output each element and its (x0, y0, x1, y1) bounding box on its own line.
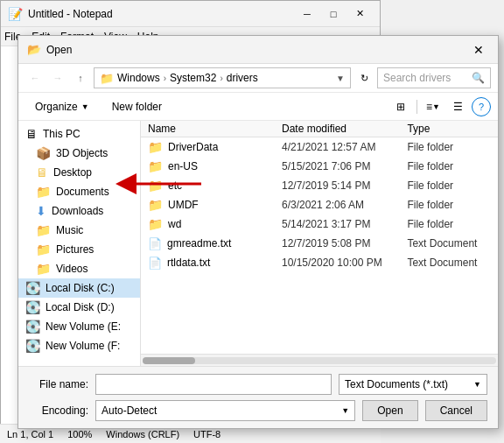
dialog-close-button[interactable]: ✕ (468, 39, 489, 60)
sidebar-label-desktop: Desktop (53, 166, 92, 179)
file-date-wd: 5/14/2021 3:17 PM (282, 218, 407, 230)
horizontal-scrollbar[interactable] (141, 354, 498, 366)
address-bar[interactable]: 📁 Windows › System32 › drivers ▼ (94, 67, 351, 88)
file-name-etc: etc (168, 179, 182, 192)
help-button[interactable]: ? (472, 97, 491, 116)
file-row[interactable]: 📁 en-US 5/15/2021 7:06 PM File folder (141, 157, 498, 176)
encoding-label: Encoding: (29, 404, 88, 417)
sidebar-item-desktop[interactable]: 🖥 Desktop (18, 163, 140, 182)
downloads-icon: ⬇ (36, 204, 46, 218)
sidebar-item-downloads[interactable]: ⬇ Downloads (18, 201, 140, 221)
view-grid-button[interactable]: ⊞ (390, 97, 411, 116)
file-date-enus: 5/15/2021 7:06 PM (282, 160, 407, 172)
close-button[interactable]: ✕ (346, 1, 373, 27)
file-name-umdf: UMDF (168, 199, 199, 211)
sidebar-item-3dobjects[interactable]: 📦 3D Objects (18, 144, 140, 163)
file-table-header[interactable]: Name Date modified Type (141, 121, 498, 137)
scroll-track (143, 357, 496, 364)
scroll-thumb[interactable] (143, 357, 195, 364)
column-date[interactable]: Date modified (282, 123, 407, 135)
new-folder-label: New folder (112, 101, 162, 113)
file-row[interactable]: 📁 DriverData 4/21/2021 12:57 AM File fol… (141, 137, 498, 157)
back-button[interactable]: ← (25, 68, 45, 88)
folder-icon: 📁 (100, 72, 114, 85)
sidebar-item-pictures[interactable]: 📁 Pictures (18, 240, 140, 259)
sidebar-item-local-d[interactable]: 💽 Local Disk (D:) (18, 298, 140, 317)
file-type-etc: File folder (407, 179, 491, 192)
sidebar-item-thispc[interactable]: 🖥 This PC (18, 124, 140, 144)
search-box[interactable]: Search drivers 🔍 (377, 67, 491, 88)
crumb-windows[interactable]: Windows (117, 72, 160, 84)
column-name[interactable]: Name (148, 123, 282, 135)
sidebar-item-volume-f[interactable]: 💽 New Volume (F: (18, 336, 140, 355)
drive-c-icon: 💽 (25, 281, 40, 295)
organize-label: Organize (35, 101, 78, 113)
file-name-wd: wd (168, 218, 181, 230)
minimize-button[interactable]: ─ (294, 1, 320, 27)
dialog-title: Open (46, 44, 468, 56)
column-type[interactable]: Type (407, 123, 491, 135)
encoding-select[interactable]: Auto-Detect ▼ (95, 400, 355, 421)
open-button[interactable]: Open (362, 400, 417, 421)
sidebar-item-documents[interactable]: 📁 Documents (18, 182, 140, 201)
status-line-ending: Windows (CRLF) (106, 429, 179, 439)
folder-icon-umdf: 📁 (148, 198, 163, 212)
up-button[interactable]: ↑ (71, 68, 90, 88)
notepad-titlebar: 📝 Untitled - Notepad ─ □ ✕ (1, 1, 380, 27)
sidebar-label-documents: Documents (56, 186, 109, 198)
encoding-chevron-icon: ▼ (341, 406, 349, 415)
crumb-system32[interactable]: System32 (170, 72, 216, 84)
file-list: 📁 DriverData 4/21/2021 12:57 AM File fol… (141, 137, 498, 354)
sidebar-item-local-c[interactable]: 💽 Local Disk (C:) (18, 278, 140, 298)
action-bar: Organize ▼ New folder ⊞ ≡ ▼ ☰ ? (18, 93, 498, 121)
view-details-button[interactable]: ☰ (447, 97, 468, 116)
file-name-gmreadme: gmreadme.txt (167, 237, 231, 250)
sidebar-item-videos[interactable]: 📁 Videos (18, 259, 140, 278)
file-type-driverdata: File folder (407, 141, 491, 153)
filename-label: File name: (29, 378, 88, 390)
dialog-content: 🖥 This PC 📦 3D Objects 🖥 Desktop 📁 Docum… (18, 121, 498, 366)
file-row[interactable]: 📄 rtldata.txt 10/15/2020 10:00 PM Text D… (141, 253, 498, 272)
notepad-title: Untitled - Notepad (28, 8, 113, 20)
filetype-select[interactable]: Text Documents (*.txt) ▼ (339, 374, 487, 395)
file-area: Name Date modified Type 📁 DriverData 4/2… (141, 121, 498, 366)
sidebar-item-volume-e[interactable]: 💽 New Volume (E: (18, 317, 140, 336)
file-row[interactable]: 📁 etc 12/7/2019 5:14 PM File folder (141, 176, 498, 195)
file-name-driverdata: DriverData (168, 141, 218, 153)
view-list-button[interactable]: ≡ ▼ (423, 97, 444, 116)
drive-f-icon: 💽 (25, 339, 40, 353)
file-name-enus: en-US (168, 160, 198, 172)
file-row[interactable]: 📁 UMDF 6/3/2021 2:06 AM File folder (141, 195, 498, 214)
sidebar-label-volume-f: New Volume (F: (46, 340, 120, 352)
new-folder-button[interactable]: New folder (102, 96, 172, 117)
crumb-drivers[interactable]: drivers (227, 72, 258, 84)
maximize-button[interactable]: □ (320, 1, 346, 27)
organize-button[interactable]: Organize ▼ (25, 96, 99, 117)
folder-icon-enus: 📁 (148, 159, 163, 173)
cancel-button[interactable]: Cancel (425, 400, 487, 421)
sidebar-item-music[interactable]: 📁 Music (18, 221, 140, 240)
file-date-etc: 12/7/2019 5:14 PM (282, 179, 407, 192)
sidebar-label-downloads: Downloads (52, 205, 103, 217)
file-type-enus: File folder (407, 160, 491, 172)
file-row[interactable]: 📄 gmreadme.txt 12/7/2019 5:08 PM Text Do… (141, 234, 498, 253)
sidebar-label-thispc: This PC (43, 128, 80, 140)
forward-button[interactable]: → (48, 68, 67, 88)
dialog-form: File name: Text Documents (*.txt) ▼ Enco… (18, 366, 498, 428)
file-date-umdf: 6/3/2021 2:06 AM (282, 199, 407, 211)
folder-icon-driverdata: 📁 (148, 140, 163, 154)
view-chevron-icon: ▼ (432, 102, 440, 111)
sidebar: 🖥 This PC 📦 3D Objects 🖥 Desktop 📁 Docum… (18, 121, 141, 366)
file-type-gmreadme: Text Document (407, 237, 491, 250)
dialog-icon: 📂 (27, 43, 41, 56)
filename-input[interactable] (95, 374, 332, 395)
documents-icon: 📁 (36, 185, 51, 199)
refresh-button[interactable]: ↻ (354, 68, 374, 88)
file-row[interactable]: 📁 wd 5/14/2021 3:17 PM File folder (141, 214, 498, 234)
file-name-rtldata: rtldata.txt (167, 257, 210, 269)
file-date-rtldata: 10/15/2020 10:00 PM (282, 257, 407, 269)
status-zoom: 100% (67, 429, 92, 439)
filetype-chevron-icon: ▼ (473, 380, 481, 389)
txt-icon-rtldata: 📄 (148, 257, 162, 270)
address-chevron-icon[interactable]: ▼ (336, 74, 345, 83)
